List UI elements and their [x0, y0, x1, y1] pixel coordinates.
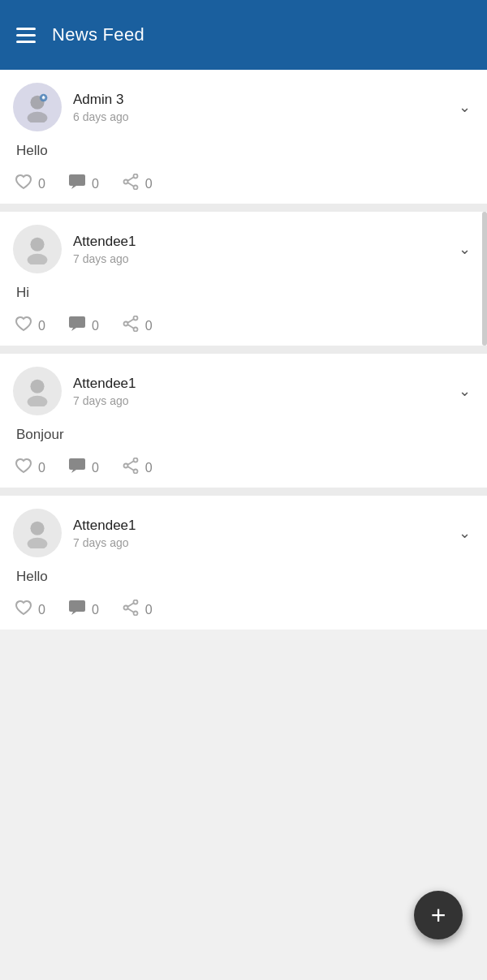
svg-point-22 [133, 470, 137, 474]
plus-icon: + [431, 900, 446, 931]
svg-line-33 [127, 608, 134, 612]
comment-button[interactable]: 0 [68, 600, 99, 620]
post-card: Admin 3 6 days ago ⌄ Hello 0 0 [0, 70, 487, 204]
author-info: Attendee1 7 days ago [73, 518, 136, 549]
author-info: Attendee1 7 days ago [73, 376, 136, 407]
author-section: Attendee1 7 days ago [13, 509, 136, 557]
comment-icon [68, 600, 86, 620]
share-icon [122, 458, 140, 478]
app-header: News Feed [0, 0, 487, 70]
svg-point-11 [28, 254, 48, 264]
comment-button[interactable]: 0 [68, 174, 99, 194]
share-button[interactable]: 0 [122, 174, 153, 194]
like-count: 0 [38, 177, 45, 191]
author-info: Attendee1 7 days ago [73, 234, 136, 265]
share-button[interactable]: 0 [122, 458, 153, 478]
author-name: Attendee1 [73, 234, 136, 250]
comment-button[interactable]: 0 [68, 316, 99, 336]
post-menu-button[interactable]: ⌄ [455, 379, 474, 403]
comment-icon [68, 174, 86, 194]
share-icon [122, 174, 140, 194]
heart-icon [15, 316, 32, 336]
comment-icon [68, 458, 86, 478]
page-title: News Feed [52, 24, 144, 45]
svg-point-18 [30, 380, 44, 393]
svg-point-5 [133, 174, 137, 178]
comment-button[interactable]: 0 [68, 458, 99, 478]
author-section: Admin 3 6 days ago [13, 83, 129, 131]
svg-rect-4 [69, 174, 85, 186]
avatar [13, 367, 62, 415]
post-content: Bonjour [13, 427, 474, 443]
svg-point-29 [133, 600, 137, 604]
post-card: Attendee1 7 days ago ⌄ Bonjour 0 0 [0, 354, 487, 488]
heart-icon [15, 458, 32, 478]
svg-line-32 [127, 603, 134, 607]
post-header: Attendee1 7 days ago ⌄ [13, 509, 474, 557]
comment-count: 0 [92, 461, 99, 475]
post-header: Attendee1 7 days ago ⌄ [13, 225, 474, 273]
menu-button[interactable] [16, 28, 36, 43]
post-actions: 0 0 0 [13, 174, 474, 194]
post-time: 7 days ago [73, 394, 136, 407]
svg-point-10 [30, 238, 44, 251]
author-info: Admin 3 6 days ago [73, 92, 129, 123]
author-name: Attendee1 [73, 376, 136, 392]
svg-line-16 [127, 319, 134, 323]
share-button[interactable]: 0 [122, 316, 153, 336]
author-name: Admin 3 [73, 92, 129, 108]
like-button[interactable]: 0 [15, 458, 45, 478]
avatar [13, 225, 62, 273]
avatar [13, 83, 62, 131]
svg-point-19 [28, 396, 48, 406]
svg-rect-20 [69, 458, 85, 470]
svg-point-14 [133, 328, 137, 332]
post-menu-button[interactable]: ⌄ [455, 95, 474, 119]
author-name: Attendee1 [73, 518, 136, 534]
author-section: Attendee1 7 days ago [13, 367, 136, 415]
comment-count: 0 [92, 603, 99, 617]
like-count: 0 [38, 319, 45, 333]
post-header: Admin 3 6 days ago ⌄ [13, 83, 474, 131]
post-actions: 0 0 0 [13, 316, 474, 336]
heart-icon [15, 600, 32, 620]
post-time: 7 days ago [73, 536, 136, 549]
post-header: Attendee1 7 days ago ⌄ [13, 367, 474, 415]
share-count: 0 [145, 603, 153, 617]
heart-icon [15, 174, 32, 194]
comment-count: 0 [92, 177, 99, 191]
svg-line-9 [127, 183, 134, 187]
svg-rect-12 [69, 316, 85, 328]
post-card: Attendee1 7 days ago ⌄ Hi 0 0 [0, 212, 487, 346]
share-icon [122, 316, 140, 336]
like-button[interactable]: 0 [15, 600, 45, 620]
like-button[interactable]: 0 [15, 174, 45, 194]
like-count: 0 [38, 603, 45, 617]
post-content: Hello [13, 143, 474, 159]
svg-point-3 [42, 97, 45, 100]
svg-point-26 [30, 522, 44, 535]
post-menu-button[interactable]: ⌄ [455, 237, 474, 261]
svg-point-21 [133, 458, 137, 462]
comment-icon [68, 316, 86, 336]
share-button[interactable]: 0 [122, 600, 153, 620]
svg-line-25 [127, 466, 134, 471]
like-button[interactable]: 0 [15, 316, 45, 336]
post-time: 7 days ago [73, 252, 136, 265]
post-menu-button[interactable]: ⌄ [455, 521, 474, 545]
avatar [13, 509, 62, 557]
svg-line-8 [127, 177, 134, 181]
share-count: 0 [145, 461, 153, 475]
news-feed: Admin 3 6 days ago ⌄ Hello 0 0 [0, 70, 487, 630]
svg-line-24 [127, 461, 134, 465]
post-time: 6 days ago [73, 110, 129, 123]
create-post-button[interactable]: + [414, 891, 463, 939]
comment-count: 0 [92, 319, 99, 333]
svg-line-17 [127, 325, 134, 329]
svg-rect-28 [69, 600, 85, 612]
share-count: 0 [145, 319, 153, 333]
svg-point-27 [28, 538, 48, 548]
post-actions: 0 0 0 [13, 458, 474, 478]
svg-point-1 [28, 112, 48, 122]
post-actions: 0 0 0 [13, 600, 474, 620]
